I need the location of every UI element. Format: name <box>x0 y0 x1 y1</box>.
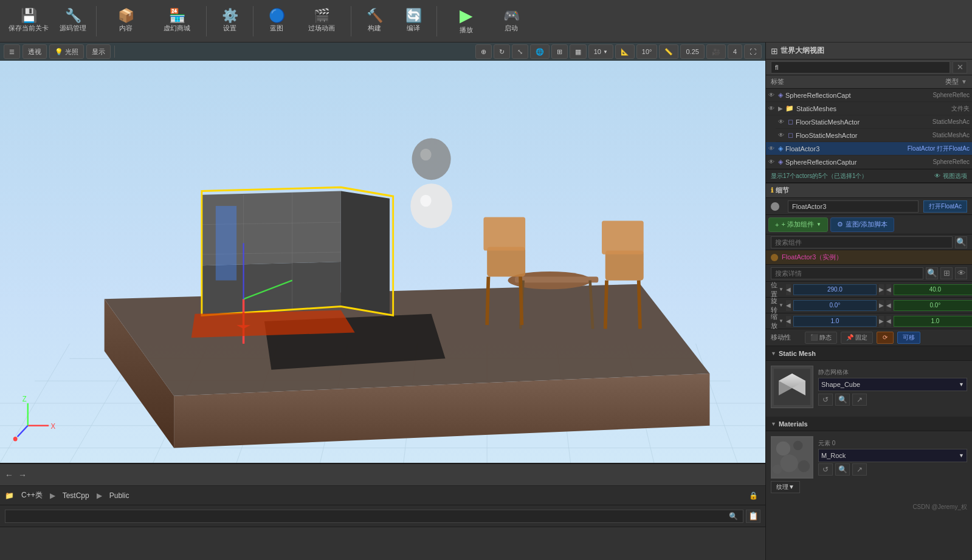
source-control-button[interactable]: 🔧 源码管理 <box>55 3 91 39</box>
open-floatactor-button[interactable]: 打开FloatAc <box>923 200 967 213</box>
outliner-col-label: 标签 <box>771 77 945 86</box>
marketplace-label: 虚幻商城 <box>164 24 190 33</box>
lit-button[interactable]: 💡 光照 <box>49 44 84 59</box>
mesh-search-button[interactable]: 🔍 <box>835 394 850 406</box>
content-button[interactable]: 📦 内容 <box>102 3 150 39</box>
forward-button[interactable]: → <box>18 470 27 480</box>
details-grid-button[interactable]: ⊞ <box>940 267 953 279</box>
materials-section-header[interactable]: ▼ Materials <box>766 417 972 431</box>
content-filter-button[interactable]: 📋 <box>746 510 760 523</box>
back-button[interactable]: ← <box>5 470 13 480</box>
material-reset-button[interactable]: ↺ <box>818 463 833 476</box>
movable-mobility-button[interactable]: 可移 <box>897 332 920 344</box>
show-button[interactable]: 显示 <box>86 44 111 59</box>
static-mobility-button[interactable]: ⬛ 静态 <box>805 332 837 344</box>
static-mesh-section-header[interactable]: ▼ Static Mesh <box>766 346 972 361</box>
component-search-icon[interactable]: 🔍 <box>955 236 967 248</box>
lit-label: 光照 <box>65 47 78 56</box>
viewport[interactable]: ☰ 透视 💡 光照 显示 ⊕ ↻ ⤡ 🌐 ⊞ ▦ <box>0 43 765 463</box>
scale-value[interactable]: 0.25 <box>680 44 704 59</box>
details-search-input[interactable] <box>771 267 923 279</box>
outliner-item-floor-1[interactable]: 👁 ◻ FloorStaticMeshActor StaticMeshAc <box>776 115 972 129</box>
grid-toggle[interactable]: ▦ <box>570 44 587 59</box>
loc-x-down[interactable]: ◀ <box>786 284 791 295</box>
public-path-button[interactable]: Public <box>107 490 132 501</box>
outliner-item-sphere-reflection-1[interactable]: 👁 ◈ SphereReflectionCapt SphereReflec <box>766 89 972 102</box>
add-component-button[interactable]: + + 添加组件 ▼ <box>768 217 828 232</box>
blueprint-button[interactable]: 🔵 蓝图 <box>258 3 295 39</box>
gear-icon: ⚙ <box>837 220 843 228</box>
item-icon-2: 📁 <box>785 104 794 112</box>
outliner-item-floor-2[interactable]: 👁 ◻ FlooStaticMeshActor StaticMeshAc <box>776 129 972 142</box>
outliner-sort-arrow: ▼ <box>961 78 967 85</box>
lock-button[interactable]: 🔒 <box>746 490 760 501</box>
scale-snap[interactable]: 📏 <box>659 44 678 59</box>
texture-button[interactable]: 纹理▼ <box>771 481 800 493</box>
mesh-select[interactable]: Shape_Cube ▼ <box>818 378 967 391</box>
content-search-input[interactable] <box>10 513 729 520</box>
svg-marker-22 <box>341 191 390 314</box>
stationary-mobility-button[interactable]: 📌 固定 <box>841 332 873 344</box>
maximize-button[interactable]: ⛶ <box>744 44 762 59</box>
actor-name-input[interactable] <box>788 200 919 213</box>
outliner-item-sphere-reflection-2[interactable]: 👁 ◈ SphereReflectionCaptur SphereReflec <box>766 155 972 169</box>
location-y-input[interactable] <box>894 284 972 295</box>
scale-x-down[interactable]: ◀ <box>786 316 791 327</box>
loc-y-down[interactable]: ◀ <box>886 284 891 295</box>
viewport-menu-button[interactable]: ☰ <box>4 44 20 59</box>
marketplace-button[interactable]: 🏪 虚幻商城 <box>153 3 201 39</box>
rot-x-up[interactable]: ▶ <box>879 300 884 311</box>
scale-tool[interactable]: ⤡ <box>512 44 528 59</box>
perspective-button[interactable]: 透视 <box>22 44 47 59</box>
material-search-button[interactable]: 🔍 <box>835 463 850 476</box>
details-eye-button[interactable]: 👁 <box>955 267 967 279</box>
outliner-close-search[interactable]: ✕ <box>953 61 967 73</box>
outliner-item-floatactor3[interactable]: 👁 ◈ FloatActor3 FloatActor 打开FloatAc <box>766 142 972 155</box>
outliner-search-input[interactable] <box>771 61 950 73</box>
play-button[interactable]: ▶ 播放 <box>442 3 491 39</box>
grid-value[interactable]: 10 ▼ <box>588 44 613 59</box>
scale-label[interactable]: 缩放 ▼ <box>771 312 784 330</box>
rotation-x-input[interactable] <box>793 300 877 311</box>
translate-tool[interactable]: ⊕ <box>475 44 492 59</box>
details-search-button[interactable]: 🔍 <box>926 267 938 279</box>
component-search-input[interactable] <box>771 236 953 248</box>
angle-snap[interactable]: 📐 <box>615 44 635 59</box>
blueprint-add-button[interactable]: ⚙ 蓝图/添加脚本 <box>830 217 894 232</box>
camera-speed[interactable]: 🎥 <box>706 44 726 59</box>
mesh-browse-button[interactable]: ↗ <box>852 394 867 406</box>
scale-x-input[interactable] <box>793 316 877 327</box>
build-button[interactable]: 🔨 构建 <box>356 3 393 39</box>
save-button[interactable]: 💾 保存当前关卡 <box>5 3 52 39</box>
surface-snapping[interactable]: ⊞ <box>551 44 568 59</box>
cutscene-button[interactable]: 🎬 过场动画 <box>297 3 346 39</box>
world-tool[interactable]: 🌐 <box>530 44 550 59</box>
cutscene-icon: 🎬 <box>314 9 330 22</box>
angle-value[interactable]: 10° <box>636 44 658 59</box>
viewport-toolbar: ☰ 透视 💡 光照 显示 ⊕ ↻ ⤡ 🌐 ⊞ ▦ <box>0 43 765 61</box>
rotate-tool[interactable]: ↻ <box>494 44 510 59</box>
scale-y-input[interactable] <box>894 316 972 327</box>
outliner-item-staticmeshes[interactable]: 👁 ▶ 📁 StaticMeshes 文件夹 <box>766 102 972 115</box>
testcpp-path-button[interactable]: TestCpp <box>60 490 92 501</box>
rot-x-down[interactable]: ◀ <box>786 300 791 311</box>
compile-button[interactable]: 🔄 编译 <box>395 3 432 39</box>
rotation-y-input[interactable] <box>894 300 972 311</box>
material-preview <box>771 436 813 479</box>
item-icon-3: ◻ <box>788 118 793 126</box>
material-browse-button[interactable]: ↗ <box>852 463 867 476</box>
material-select[interactable]: M_Rock ▼ <box>818 449 967 462</box>
location-x-input[interactable] <box>793 284 877 295</box>
mesh-dropdown-arrow: ▼ <box>959 381 964 388</box>
camera-speed-value[interactable]: 4 <box>728 44 742 59</box>
launch-button[interactable]: 🎮 启动 <box>493 3 529 39</box>
scale-x-up[interactable]: ▶ <box>879 316 884 327</box>
mesh-reset-button[interactable]: ↺ <box>818 394 833 406</box>
loc-x-up[interactable]: ▶ <box>879 284 884 295</box>
item-type-6: SphereReflec <box>932 159 970 165</box>
root-path-button[interactable]: C++类 <box>19 489 45 502</box>
rot-y-down[interactable]: ◀ <box>886 300 891 311</box>
instance-circle <box>771 254 778 261</box>
settings-button[interactable]: ⚙️ 设置 <box>212 3 248 39</box>
scale-y-down[interactable]: ◀ <box>886 316 891 327</box>
